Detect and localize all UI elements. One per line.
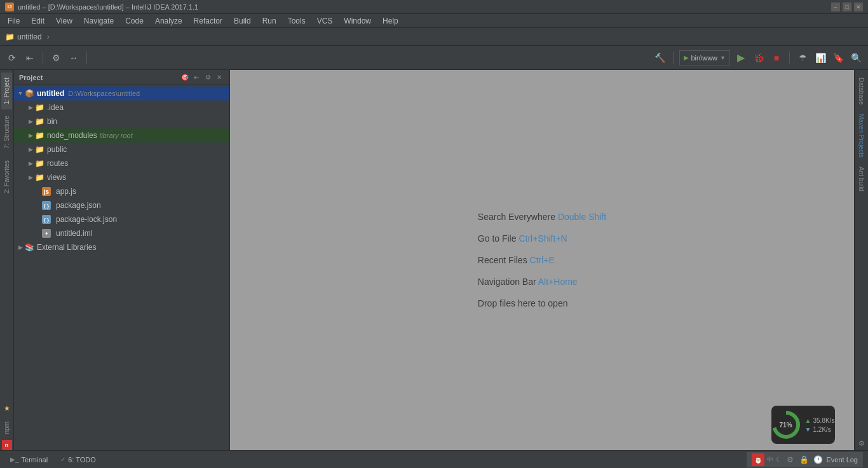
sidebar-tab-favorites[interactable]: 2: Favorites bbox=[1, 155, 12, 198]
hint-search-everywhere: Search Everywhere Double Shift bbox=[478, 212, 606, 222]
file-tree: ▼ 📦 untitled D:\Workspaces\untitled ▶ 📁 … bbox=[14, 85, 229, 450]
bookmark-button[interactable]: 🔖 bbox=[831, 51, 845, 65]
project-breadcrumb[interactable]: 📁 untitled › bbox=[5, 32, 50, 41]
project-folder-icon: 📁 bbox=[5, 32, 15, 41]
bottom-bar: ▶_ Terminal ✓ 6: TODO 🎅 中 ☾ ⚙ 🔒 🕐 Event … bbox=[0, 450, 868, 468]
menu-help[interactable]: Help bbox=[377, 15, 403, 27]
settings-status-icon[interactable]: ⚙ bbox=[784, 454, 796, 465]
tree-item-views[interactable]: ▶ 📁 views bbox=[14, 170, 229, 184]
bottom-bar-left: ▶_ Terminal ✓ 6: TODO bbox=[5, 455, 101, 465]
hint-go-to-file: Go to File Ctrl+Shift+N bbox=[478, 233, 606, 244]
right-tab-maven[interactable]: Maven Projects bbox=[856, 111, 867, 160]
editor-area: Search Everywhere Double Shift Go to Fil… bbox=[230, 70, 854, 450]
menu-vcs[interactable]: VCS bbox=[312, 15, 338, 27]
menu-refactor[interactable]: Refactor bbox=[189, 15, 227, 27]
left-sidebar-tabs: 1: Project 7: Structure 2: Favorites ★ n… bbox=[0, 70, 14, 450]
cpu-upload-stat: ▲ 35.8K/s bbox=[805, 417, 835, 424]
run-button[interactable]: ▶ bbox=[734, 51, 748, 65]
file-package-json: package.json bbox=[56, 201, 101, 210]
toolbar: ⟳ ⇤ ⚙ ↔ 🔨 ▶ bin\www ▼ ▶ 🐞 ■ ☂ 📊 🔖 🔍 bbox=[0, 46, 868, 70]
scroll-from-source[interactable]: ↔ bbox=[67, 51, 81, 65]
locate-button[interactable]: 🎯 bbox=[180, 72, 190, 83]
title-bar-left: IJ untitled – [D:\Workspaces\untitled] –… bbox=[5, 3, 198, 11]
menu-run[interactable]: Run bbox=[257, 15, 281, 27]
minimize-button[interactable]: – bbox=[831, 3, 840, 11]
coverage-button[interactable]: ☂ bbox=[796, 51, 810, 65]
window-controls[interactable]: – □ ✕ bbox=[831, 3, 863, 11]
todo-tab[interactable]: ✓ 6: TODO bbox=[55, 455, 101, 465]
right-settings-icon[interactable]: ⚙ bbox=[856, 437, 867, 450]
settings-button[interactable]: ⚙ bbox=[49, 51, 63, 65]
menu-navigate[interactable]: Navigate bbox=[79, 15, 119, 27]
todo-label: 6: TODO bbox=[68, 456, 96, 464]
panel-settings-button[interactable]: ⚙ bbox=[203, 72, 213, 83]
project-panel: Project 🎯 ⇤ ⚙ ✕ ▼ 📦 untitled D:\Workspac… bbox=[14, 70, 230, 450]
toolbar-separator-2 bbox=[86, 52, 87, 64]
input-method-zh: 中 bbox=[767, 455, 773, 464]
menu-file[interactable]: File bbox=[3, 15, 25, 27]
clock-status-icon[interactable]: 🕐 bbox=[812, 454, 824, 465]
tree-item-idea[interactable]: ▶ 📁 .idea bbox=[14, 100, 229, 114]
project-panel-title: Project bbox=[19, 74, 43, 81]
folder-public-name: public bbox=[47, 145, 67, 154]
tree-item-bin[interactable]: ▶ 📁 bin bbox=[14, 114, 229, 128]
cpu-download-value: 1.2K/s bbox=[813, 426, 831, 433]
lock-status-icon[interactable]: 🔒 bbox=[798, 454, 810, 465]
menu-window[interactable]: Window bbox=[339, 15, 376, 27]
hint-recent-files: Recent Files Ctrl+E bbox=[478, 255, 606, 265]
terminal-tab[interactable]: ▶_ Terminal bbox=[5, 455, 53, 465]
sidebar-tab-project[interactable]: 1: Project bbox=[1, 72, 12, 109]
right-tab-ant[interactable]: Ant build bbox=[856, 162, 867, 196]
collapse-all-button[interactable]: ⇤ bbox=[23, 51, 37, 65]
search-everywhere-button[interactable]: 🔍 bbox=[849, 51, 863, 65]
tree-item-external-libraries[interactable]: ▶ 📚 External Libraries bbox=[14, 240, 229, 254]
tree-item-routes[interactable]: ▶ 📁 routes bbox=[14, 156, 229, 170]
tree-item-public[interactable]: ▶ 📁 public bbox=[14, 142, 229, 156]
event-log-section[interactable]: 🎅 中 ☾ ⚙ 🔒 🕐 Event Log bbox=[747, 452, 863, 467]
terminal-label: Terminal bbox=[22, 456, 48, 464]
close-button[interactable]: ✕ bbox=[854, 3, 863, 11]
stop-button[interactable]: ■ bbox=[770, 51, 783, 65]
menu-view[interactable]: View bbox=[51, 15, 78, 27]
tree-item-untitled-iml[interactable]: ✦ untitled.iml bbox=[14, 226, 229, 240]
tree-item-package-lock-json[interactable]: { } package-lock.json bbox=[14, 212, 229, 226]
hint-navigation-bar: Navigation Bar Alt+Home bbox=[478, 277, 606, 287]
debug-button[interactable]: 🐞 bbox=[752, 51, 766, 65]
editor-hints: Search Everywhere Double Shift Go to Fil… bbox=[478, 212, 606, 308]
profile-button[interactable]: 📊 bbox=[813, 51, 827, 65]
tree-item-root[interactable]: ▼ 📦 untitled D:\Workspaces\untitled bbox=[14, 86, 229, 100]
menu-tools[interactable]: Tools bbox=[283, 15, 311, 27]
file-app-js: app.js bbox=[56, 187, 76, 196]
star-icon: ★ bbox=[1, 402, 13, 415]
build-project-button[interactable]: 🔨 bbox=[653, 51, 667, 65]
download-arrow-icon: ▼ bbox=[805, 426, 811, 433]
file-untitled-iml: untitled.iml bbox=[56, 229, 92, 238]
hint-drop-files: Drop files here to open bbox=[478, 298, 606, 308]
menu-analyze[interactable]: Analyze bbox=[150, 15, 187, 27]
right-sidebar-tabs: Database Maven Projects Ant build ⚙ bbox=[854, 70, 868, 450]
close-panel-button[interactable]: ✕ bbox=[214, 72, 224, 83]
sidebar-tab-structure[interactable]: 7: Structure bbox=[1, 111, 12, 154]
run-config-dropdown[interactable]: ▶ bin\www ▼ bbox=[679, 50, 731, 65]
sidebar-tab-npm[interactable]: npm bbox=[1, 416, 12, 439]
folder-routes-name: routes bbox=[47, 159, 68, 168]
maximize-button[interactable]: □ bbox=[843, 3, 851, 11]
breadcrumb-arrow: › bbox=[47, 32, 50, 41]
tree-item-app-js[interactable]: js app.js bbox=[14, 184, 229, 198]
tree-item-package-json[interactable]: { } package.json bbox=[14, 198, 229, 212]
folder-views-name: views bbox=[47, 173, 66, 182]
library-label: library root bbox=[100, 132, 133, 139]
cpu-stats: ▲ 35.8K/s ▼ 1.2K/s bbox=[805, 417, 835, 433]
menu-build[interactable]: Build bbox=[229, 15, 256, 27]
sync-button[interactable]: ⟳ bbox=[5, 51, 19, 65]
notification-badge: 🎅 bbox=[752, 453, 764, 466]
menu-code[interactable]: Code bbox=[120, 15, 149, 27]
right-tab-database[interactable]: Database bbox=[856, 72, 867, 110]
tree-item-node-modules[interactable]: ▶ 📁 node_modules library root bbox=[14, 128, 229, 142]
npm-icon: n bbox=[2, 440, 12, 450]
menu-edit[interactable]: Edit bbox=[26, 15, 50, 27]
menu-bar: File Edit View Navigate Code Analyze Ref… bbox=[0, 14, 868, 28]
cpu-widget: 71% ▲ 35.8K/s ▼ 1.2K/s bbox=[771, 406, 835, 444]
project-panel-actions: 🎯 ⇤ ⚙ ✕ bbox=[180, 72, 224, 83]
collapse-all-tree-button[interactable]: ⇤ bbox=[191, 72, 201, 83]
